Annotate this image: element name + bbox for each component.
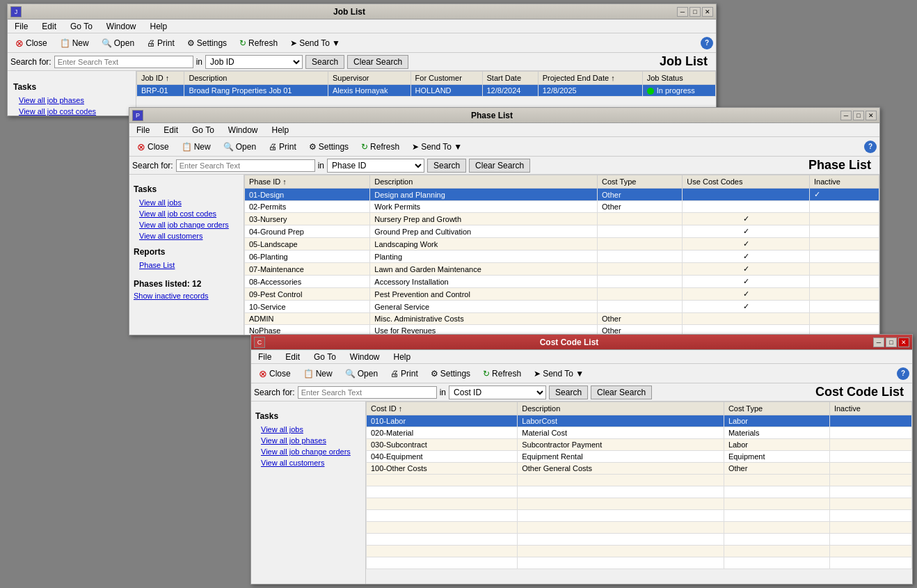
col-description[interactable]: Description xyxy=(184,72,328,85)
refresh-toolbar-btn[interactable]: ↻ Refresh xyxy=(356,139,404,154)
view-change-orders-link[interactable]: View all job change orders xyxy=(255,446,361,457)
table-row[interactable]: 07-MaintenanceLawn and Garden Maintenanc… xyxy=(245,263,879,276)
search-field-select[interactable]: Phase ID xyxy=(327,159,424,173)
view-all-phases-link[interactable]: View all job phases xyxy=(255,435,361,446)
view-customers-link[interactable]: View all customers xyxy=(255,457,361,468)
open-toolbar-btn[interactable]: 🔍 Open xyxy=(340,366,383,381)
table-row[interactable]: ADMINMisc. Administrative CostsOther xyxy=(245,313,879,325)
col-phase-id[interactable]: Phase ID ↑ xyxy=(245,175,370,189)
sendto-toolbar-btn[interactable]: ➤ Send To ▼ xyxy=(529,366,589,381)
col-cost-type[interactable]: Cost Type xyxy=(724,402,829,415)
open-toolbar-btn[interactable]: 🔍 Open xyxy=(218,139,261,154)
search-input[interactable] xyxy=(54,56,193,68)
col-use-cost-codes[interactable]: Use Cost Codes xyxy=(683,175,810,189)
close-toolbar-btn[interactable]: ⊗ Close xyxy=(132,139,174,154)
view-job-cost-codes-link[interactable]: View all job cost codes xyxy=(13,106,130,116)
table-row[interactable]: 08-AccessoriesAccessory Installation✓ xyxy=(245,276,879,288)
menu-help[interactable]: Help xyxy=(390,351,415,363)
table-row[interactable]: 10-ServiceGeneral Service✓ xyxy=(245,301,879,313)
search-button[interactable]: Search xyxy=(549,386,588,399)
close-button[interactable]: ✕ xyxy=(866,111,877,120)
menu-help[interactable]: Help xyxy=(146,20,172,33)
menu-edit[interactable]: Edit xyxy=(159,124,182,136)
col-inactive[interactable]: Inactive xyxy=(810,175,879,189)
close-toolbar-btn[interactable]: ⊗ Close xyxy=(10,35,52,51)
maximize-button[interactable]: □ xyxy=(853,111,864,120)
view-cost-codes-link[interactable]: View all job cost codes xyxy=(134,208,239,219)
menu-edit[interactable]: Edit xyxy=(38,20,61,33)
table-row[interactable]: 010-LaborLaborCostLabor xyxy=(367,415,912,427)
new-toolbar-btn[interactable]: 📋 New xyxy=(298,366,337,381)
col-description[interactable]: Description xyxy=(518,402,724,415)
refresh-toolbar-btn[interactable]: ↻ Refresh xyxy=(234,35,282,51)
phase-list-report-link[interactable]: Phase List xyxy=(134,260,239,271)
search-input[interactable] xyxy=(298,386,437,399)
col-job-status[interactable]: Job Status xyxy=(642,72,715,85)
close-button[interactable]: ✕ xyxy=(702,7,713,17)
search-button[interactable]: Search xyxy=(427,159,466,173)
table-row[interactable]: 01-DesignDesign and PlanningOther✓ xyxy=(245,189,879,201)
open-toolbar-btn[interactable]: 🔍 Open xyxy=(97,35,139,51)
maximize-button[interactable]: □ xyxy=(886,337,897,347)
minimize-button[interactable]: ─ xyxy=(677,7,688,17)
menu-file[interactable]: File xyxy=(254,351,276,363)
table-row[interactable]: 02-PermitsWork PermitsOther xyxy=(245,201,879,213)
maximize-button[interactable]: □ xyxy=(689,7,701,17)
menu-edit[interactable]: Edit xyxy=(281,351,304,363)
table-row[interactable]: 020-MaterialMaterial CostMaterials xyxy=(367,427,912,439)
new-toolbar-btn[interactable]: 📋 New xyxy=(55,35,94,51)
settings-toolbar-btn[interactable]: ⚙ Settings xyxy=(182,35,232,51)
sendto-toolbar-btn[interactable]: ➤ Send To ▼ xyxy=(285,35,345,51)
table-row[interactable]: 040-EquipmentEquipment RentalEquipment xyxy=(367,451,912,463)
view-all-jobs-link[interactable]: View all jobs xyxy=(134,197,239,208)
close-toolbar-btn[interactable]: ⊗ Close xyxy=(254,366,296,381)
search-field-select[interactable]: Cost ID xyxy=(449,386,546,399)
menu-window[interactable]: Window xyxy=(224,124,262,136)
settings-toolbar-btn[interactable]: ⚙ Settings xyxy=(304,139,353,154)
col-start-date[interactable]: Start Date xyxy=(482,72,538,85)
col-supervisor[interactable]: Supervisor xyxy=(328,72,410,85)
help-icon[interactable]: ? xyxy=(701,37,713,49)
col-cost-id[interactable]: Cost ID ↑ xyxy=(367,402,518,415)
close-button[interactable]: ✕ xyxy=(898,337,909,347)
menu-window[interactable]: Window xyxy=(102,20,141,33)
view-job-phases-link[interactable]: View all job phases xyxy=(13,95,130,106)
menu-file[interactable]: File xyxy=(132,124,154,136)
table-row[interactable]: 05-LandscapeLandscaping Work✓ xyxy=(245,238,879,251)
show-inactive-link[interactable]: Show inactive records xyxy=(134,290,239,301)
table-row[interactable]: 03-NurseryNursery Prep and Growth✓ xyxy=(245,213,879,225)
print-toolbar-btn[interactable]: 🖨 Print xyxy=(264,139,301,154)
minimize-button[interactable]: ─ xyxy=(840,111,852,120)
table-row[interactable]: 030-SubcontractSubcontractor PaymentLabo… xyxy=(367,439,912,451)
col-description[interactable]: Description xyxy=(370,175,598,189)
col-projected-end[interactable]: Projected End Date ↑ xyxy=(538,72,642,85)
table-row[interactable]: 06-PlantingPlanting✓ xyxy=(245,251,879,263)
table-row[interactable]: 100-Other CostsOther General CostsOther xyxy=(367,463,912,475)
menu-help[interactable]: Help xyxy=(268,124,294,136)
refresh-toolbar-btn[interactable]: ↻ Refresh xyxy=(478,366,526,381)
settings-toolbar-btn[interactable]: ⚙ Settings xyxy=(426,366,475,381)
col-job-id[interactable]: Job ID ↑ xyxy=(137,72,184,85)
search-field-select[interactable]: Job ID xyxy=(205,55,303,69)
search-button[interactable]: Search xyxy=(305,55,344,69)
print-toolbar-btn[interactable]: 🖨 Print xyxy=(142,35,180,51)
menu-goto[interactable]: Go To xyxy=(310,351,340,363)
help-icon[interactable]: ? xyxy=(897,367,909,380)
menu-window[interactable]: Window xyxy=(346,351,384,363)
sendto-toolbar-btn[interactable]: ➤ Send To ▼ xyxy=(407,139,467,154)
table-row[interactable]: BRP-01 Broad Rang Properties Job 01 Alex… xyxy=(137,85,716,97)
clear-search-button[interactable]: Clear Search xyxy=(591,386,652,399)
help-icon[interactable]: ? xyxy=(864,141,877,153)
view-customers-link[interactable]: View all customers xyxy=(134,230,239,241)
col-inactive[interactable]: Inactive xyxy=(829,402,911,415)
new-toolbar-btn[interactable]: 📋 New xyxy=(177,139,216,154)
menu-file[interactable]: File xyxy=(10,20,32,33)
menu-goto[interactable]: Go To xyxy=(66,20,97,33)
clear-search-button[interactable]: Clear Search xyxy=(469,159,530,173)
view-change-orders-link[interactable]: View all job change orders xyxy=(134,219,239,230)
table-row[interactable]: NoPhaseUse for RevenuesOther xyxy=(245,325,879,335)
minimize-button[interactable]: ─ xyxy=(873,337,884,347)
menu-goto[interactable]: Go To xyxy=(188,124,218,136)
table-row[interactable]: 09-Pest ControlPest Prevention and Contr… xyxy=(245,288,879,301)
search-input[interactable] xyxy=(176,159,315,172)
